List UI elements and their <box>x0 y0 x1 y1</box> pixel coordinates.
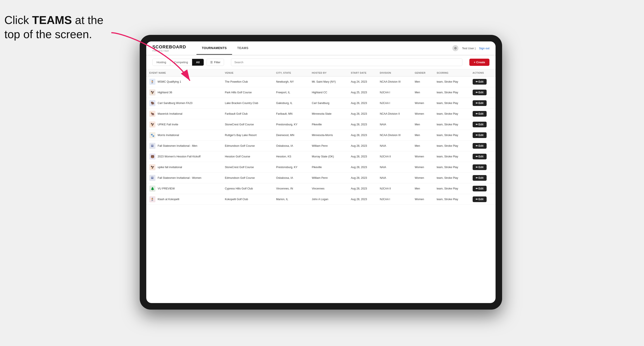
event-name-cell-6: 🏛 Fall Statesmen Invitational - Men <box>146 141 222 151</box>
division-cell-11: NJCAA I <box>377 194 412 205</box>
search-input[interactable] <box>231 58 462 66</box>
start-date-cell-2: Aug 26, 2023 <box>348 98 377 109</box>
event-name-cell-2: 🦬 Carl Sandburg Women FA23 <box>146 98 222 109</box>
division-cell-2: NJCAA I <box>377 98 412 109</box>
scoring-cell-3: team, Stroke Play <box>434 109 469 119</box>
instruction-text: Click TEAMS at the top of the screen. <box>4 13 104 41</box>
event-name-text-2: Carl Sandburg Women FA23 <box>158 102 192 105</box>
settings-icon[interactable]: ⚙ <box>452 45 458 51</box>
table-container: EVENT NAME VENUE CITY, STATE HOSTED BY S… <box>146 69 496 303</box>
edit-button-1[interactable]: ✏ Edit <box>473 90 486 95</box>
edit-button-11[interactable]: ✏ Edit <box>473 196 486 202</box>
scoring-cell-1: team, Stroke Play <box>434 87 469 98</box>
table-row: 🏌 Klash at Kokopelli Kokopelli Golf Club… <box>146 194 496 205</box>
venue-cell-4: StoneCrest Golf Course <box>222 119 273 130</box>
team-icon-8: 🦅 <box>149 164 156 170</box>
start-date-cell-9: Aug 28, 2023 <box>348 173 377 183</box>
gender-cell-8: Women <box>412 162 434 173</box>
edit-button-6[interactable]: ✏ Edit <box>473 143 486 149</box>
team-icon-3: 🐂 <box>149 111 156 117</box>
tablet-frame: SCOREBOARD Powered by Clippit TOURNAMENT… <box>140 35 502 310</box>
edit-button-3[interactable]: ✏ Edit <box>473 111 486 117</box>
scoring-cell-0: team, Stroke Play <box>434 77 469 87</box>
filter-hosting-btn[interactable]: Hosting <box>152 59 170 66</box>
instruction-line1: Click TEAMS at the <box>4 14 104 26</box>
event-name-text-5: Morris Invitational <box>158 134 179 137</box>
logo-area: SCOREBOARD Powered by Clippit <box>152 44 186 52</box>
col-city-state: CITY, STATE <box>273 69 309 77</box>
scoring-cell-6: team, Stroke Play <box>434 141 469 151</box>
gender-cell-0: Men <box>412 77 434 87</box>
division-cell-4: NAIA <box>377 119 412 130</box>
division-cell-7: NJCAA II <box>377 151 412 162</box>
header-user: Test User | <box>462 47 476 50</box>
logo-title: SCOREBOARD <box>152 44 186 49</box>
tab-tournaments[interactable]: TOURNAMENTS <box>196 42 232 55</box>
col-start-date: START DATE <box>348 69 377 77</box>
edit-button-10[interactable]: ✏ Edit <box>473 186 486 191</box>
filter-all-btn[interactable]: All <box>192 59 204 66</box>
create-button[interactable]: + Create <box>469 59 490 66</box>
edit-button-9[interactable]: ✏ Edit <box>473 175 486 181</box>
edit-button-2[interactable]: ✏ Edit <box>473 100 486 106</box>
event-name-text-3: Maverick Invitational <box>158 112 182 115</box>
scoring-cell-11: team, Stroke Play <box>434 194 469 205</box>
header-signout[interactable]: Sign out <box>479 47 490 50</box>
actions-cell-7: ✏ Edit <box>470 151 496 162</box>
team-icon-0: 🏌 <box>149 79 156 85</box>
filter-advanced-btn[interactable]: ☰ Filter <box>206 59 224 66</box>
division-cell-1: NJCAA I <box>377 87 412 98</box>
tablet-screen: SCOREBOARD Powered by Clippit TOURNAMENT… <box>146 41 496 303</box>
table-row: 🌲 VU PREVIEW Cypress Hills Golf Club Vin… <box>146 183 496 194</box>
edit-button-0[interactable]: ✏ Edit <box>473 79 486 85</box>
table-row: 🦅 upike fall invitational StoneCrest Gol… <box>146 162 496 173</box>
event-name-cell-0: 🏌 MSMC Qualifying 1 <box>146 77 222 87</box>
edit-button-8[interactable]: ✏ Edit <box>473 165 486 170</box>
actions-cell-1: ✏ Edit <box>470 87 496 98</box>
scoring-cell-4: team, Stroke Play <box>434 119 469 130</box>
venue-cell-11: Kokopelli Golf Club <box>222 194 273 205</box>
gender-cell-2: Women <box>412 98 434 109</box>
start-date-cell-7: Aug 28, 2023 <box>348 151 377 162</box>
gender-cell-10: Men <box>412 183 434 194</box>
start-date-cell-5: Aug 28, 2023 <box>348 130 377 141</box>
col-event-name: EVENT NAME <box>146 69 222 77</box>
table-header: EVENT NAME VENUE CITY, STATE HOSTED BY S… <box>146 69 496 77</box>
city-state-cell-3: Faribault, MN <box>273 109 309 119</box>
actions-cell-8: ✏ Edit <box>470 162 496 173</box>
scoring-cell-8: team, Stroke Play <box>434 162 469 173</box>
team-icon-4: 🦅 <box>149 121 156 128</box>
city-state-cell-0: Newburgh, NY <box>273 77 309 87</box>
event-name-text-4: UPIKE Fall Invite <box>158 123 178 126</box>
division-cell-3: NCAA Division II <box>377 109 412 119</box>
filter-icon: ☰ <box>210 61 213 64</box>
venue-cell-6: Edmundson Golf Course <box>222 141 273 151</box>
hosted-by-cell-0: Mt. Saint Mary (NY) <box>309 77 348 87</box>
toolbar: Hosting Competing All ☰ Filter + Create <box>146 55 496 69</box>
venue-cell-9: Edmundson Golf Course <box>222 173 273 183</box>
team-icon-9: 🏛 <box>149 175 156 181</box>
team-icon-7: 🐻 <box>149 154 156 160</box>
scoring-cell-9: team, Stroke Play <box>434 173 469 183</box>
edit-button-4[interactable]: ✏ Edit <box>473 122 486 127</box>
start-date-cell-11: Aug 28, 2023 <box>348 194 377 205</box>
filter-competing-btn[interactable]: Competing <box>170 59 192 66</box>
hosted-by-cell-8: Pikeville <box>309 162 348 173</box>
venue-cell-8: StoneCrest Golf Course <box>222 162 273 173</box>
logo-subtitle: Powered by Clippit <box>152 50 186 52</box>
city-state-cell-11: Marion, IL <box>273 194 309 205</box>
edit-button-7[interactable]: ✏ Edit <box>473 154 486 159</box>
actions-cell-9: ✏ Edit <box>470 173 496 183</box>
table-row: 🦅 UPIKE Fall Invite StoneCrest Golf Cour… <box>146 119 496 130</box>
division-cell-10: NJCAA II <box>377 183 412 194</box>
actions-cell-10: ✏ Edit <box>470 183 496 194</box>
hosted-by-cell-4: Pikeville <box>309 119 348 130</box>
city-state-cell-8: Prestonsburg, KY <box>273 162 309 173</box>
actions-cell-0: ✏ Edit <box>470 77 496 87</box>
tab-teams[interactable]: TEAMS <box>232 42 254 55</box>
event-name-cell-3: 🐂 Maverick Invitational <box>146 109 222 119</box>
edit-button-5[interactable]: ✏ Edit <box>473 132 486 138</box>
gender-cell-4: Men <box>412 119 434 130</box>
venue-cell-1: Park Hills Golf Course <box>222 87 273 98</box>
city-state-cell-2: Galesburg, IL <box>273 98 309 109</box>
